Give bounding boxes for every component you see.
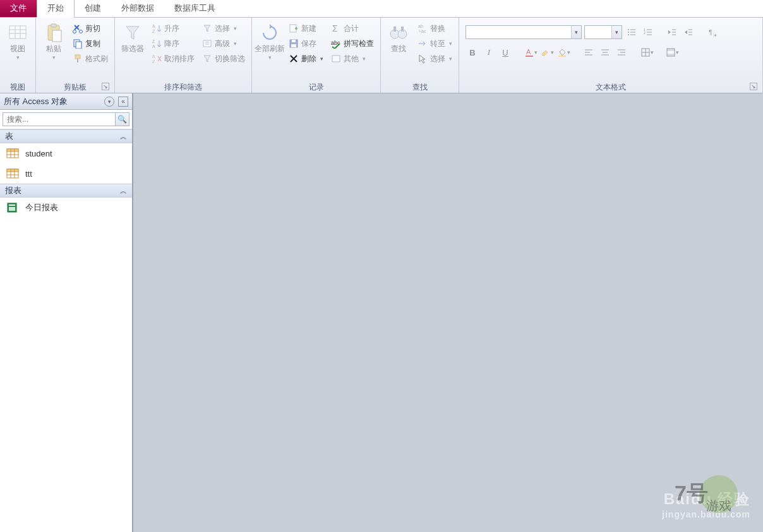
svg-rect-12 [75, 55, 80, 59]
svg-text:A: A [152, 54, 155, 59]
svg-rect-23 [291, 44, 296, 47]
svg-rect-81 [9, 204, 15, 206]
svg-rect-6 [51, 24, 56, 27]
collapse-icon: ︽ [120, 186, 127, 196]
search-input[interactable] [3, 112, 116, 126]
outdent-button[interactable] [665, 25, 679, 39]
toggle-filter-label: 切换筛选 [215, 54, 245, 64]
svg-rect-66 [667, 49, 675, 51]
font-color-button[interactable]: A▾ [524, 45, 538, 59]
more-icon [331, 54, 341, 64]
toggle-filter-button[interactable]: 切换筛选 [200, 52, 248, 66]
svg-text:ab: ab [418, 24, 423, 28]
cut-label: 剪切 [85, 23, 100, 34]
pointer-icon [418, 54, 428, 64]
save-record-button[interactable]: 保存 [286, 37, 326, 50]
copy-button[interactable]: 复制 [70, 37, 111, 50]
nav-filter-dropdown-icon[interactable]: ▾ [104, 97, 114, 107]
dialog-launcher-icon[interactable]: ↘ [102, 83, 109, 90]
dropdown-icon: ▾ [234, 25, 237, 32]
magnifier-icon: 🔍 [117, 115, 127, 124]
filter-button[interactable]: 筛选器 [119, 20, 147, 53]
navigation-pane: 所有 Access 对象 ▾ « 🔍 表 ︽ student ttt 报表 ︽ … [0, 93, 133, 532]
tab-file[interactable]: 文件 [0, 0, 37, 17]
new-record-button[interactable]: 新建 [286, 21, 326, 35]
copy-label: 复制 [85, 38, 100, 49]
group-title-clipboard: 剪贴板↘ [40, 81, 111, 93]
goto-label: 转至 [430, 38, 445, 49]
bullet-list-button[interactable] [625, 25, 639, 39]
scissors-icon [73, 23, 83, 33]
align-right-button[interactable] [615, 45, 628, 59]
indent-button[interactable] [682, 25, 695, 39]
bold-button[interactable]: B [466, 45, 479, 59]
dialog-launcher-icon[interactable]: ↘ [750, 83, 757, 90]
paste-button[interactable]: 粘贴 ▾ [40, 20, 68, 61]
svg-text:ac: ac [421, 29, 426, 33]
funnel-icon [123, 23, 143, 43]
group-title-records: 记录 [256, 81, 376, 93]
number-list-button[interactable]: 12 [641, 25, 655, 39]
spellcheck-button[interactable]: abc拼写检查 [328, 37, 376, 50]
align-center-button[interactable] [598, 45, 612, 59]
table-object[interactable]: student [0, 143, 132, 163]
advanced-filter-button[interactable]: 高级▾ [200, 37, 248, 50]
goto-button[interactable]: 转至▾ [415, 37, 455, 50]
svg-rect-67 [667, 51, 675, 54]
tab-create[interactable]: 创建 [75, 0, 111, 17]
nav-pane-header[interactable]: 所有 Access 对象 ▾ « [0, 93, 132, 110]
dropdown-icon: ▾ [234, 40, 237, 47]
svg-rect-53 [558, 56, 566, 57]
svg-text:Z: Z [152, 39, 155, 44]
tab-bar: 文件 开始 创建 外部数据 数据库工具 [0, 0, 763, 18]
clear-sort-button[interactable]: AZ取消排序 [149, 52, 197, 66]
fill-color-button[interactable]: ▾ [556, 45, 570, 59]
refresh-all-label: 全部刷新 [255, 44, 285, 53]
refresh-all-button[interactable]: 全部刷新 ▾ [256, 20, 284, 61]
filter-label: 筛选器 [121, 44, 144, 53]
find-button[interactable]: 查找 [385, 20, 412, 53]
svg-point-35 [628, 34, 629, 35]
tab-external-data[interactable]: 外部数据 [111, 0, 164, 17]
svg-rect-22 [292, 40, 296, 42]
font-select[interactable]: ▾ [466, 25, 582, 39]
sort-asc-button[interactable]: AZ升序 [149, 21, 197, 35]
underline-button[interactable]: U [498, 45, 512, 59]
selection-filter-button[interactable]: 选择▾ [200, 21, 248, 35]
cut-button[interactable]: 剪切 [70, 21, 111, 35]
select-button[interactable]: 选择▾ [415, 52, 455, 66]
format-painter-button[interactable]: 格式刷 [70, 52, 111, 66]
collapse-pane-icon[interactable]: « [118, 97, 128, 107]
text-direction-button[interactable]: ¶ [706, 25, 719, 39]
align-left-button[interactable] [582, 45, 596, 59]
view-button[interactable]: 视图 ▾ [4, 20, 32, 61]
advanced-label: 高级 [215, 38, 230, 49]
dropdown-icon: ▾ [449, 56, 452, 62]
report-object[interactable]: 今日报表 [0, 198, 132, 218]
svg-rect-82 [9, 207, 15, 211]
totals-button[interactable]: Σ合计 [328, 21, 376, 35]
table-object[interactable]: ttt [0, 163, 132, 184]
search-go-button[interactable]: 🔍 [116, 112, 129, 126]
category-reports[interactable]: 报表 ︽ [0, 184, 132, 198]
collapse-icon: ︽ [120, 132, 127, 141]
binoculars-icon [388, 23, 409, 43]
group-find: 查找 abac替换 转至▾ 选择▾ 查找 [381, 18, 459, 93]
svg-text:A: A [526, 48, 531, 56]
tab-db-tools[interactable]: 数据库工具 [164, 0, 225, 17]
delete-record-button[interactable]: 删除▾ [286, 52, 326, 66]
group-title-sort-filter: 排序和筛选 [119, 81, 248, 93]
italic-button[interactable]: I [482, 45, 496, 59]
replace-button[interactable]: abac替换 [415, 21, 455, 35]
nav-pane-title: 所有 Access 对象 [4, 96, 68, 107]
category-tables[interactable]: 表 ︽ [0, 129, 132, 143]
font-size-select[interactable]: ▾ [584, 25, 622, 39]
alternate-row-color-button[interactable]: ▾ [665, 45, 679, 59]
dropdown-icon: ▾ [449, 40, 452, 47]
spellcheck-label: 拼写检查 [344, 38, 374, 49]
sort-desc-button[interactable]: ZA降序 [149, 37, 197, 50]
more-records-button[interactable]: 其他▾ [328, 52, 376, 66]
gridlines-button[interactable]: ▾ [640, 45, 654, 59]
highlight-button[interactable]: ▾ [540, 45, 554, 59]
tab-home[interactable]: 开始 [37, 0, 75, 18]
